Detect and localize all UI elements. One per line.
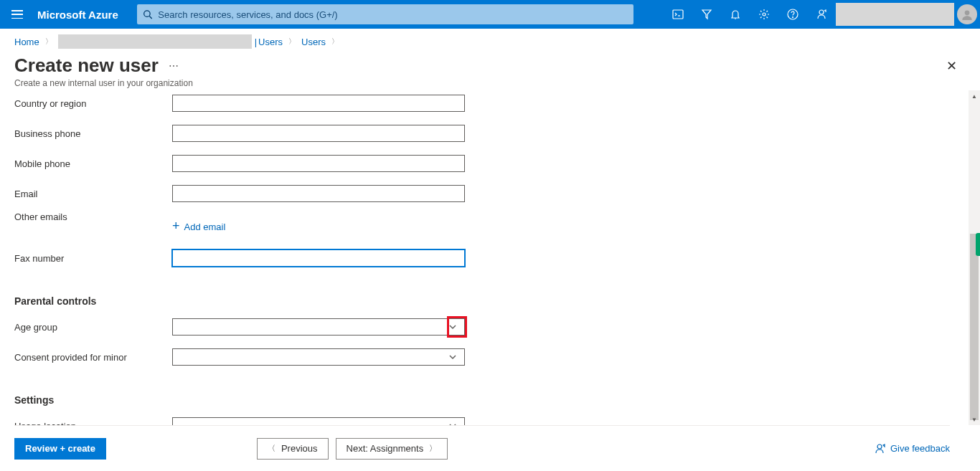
usage-location-select[interactable]: [172, 417, 465, 425]
svg-point-10: [965, 10, 970, 15]
chevron-right-icon: 〉: [45, 37, 52, 47]
account-button[interactable]: [954, 0, 980, 29]
feedback-icon: [816, 9, 827, 20]
more-menu-button[interactable]: ⋯: [169, 60, 179, 72]
filter-icon: [701, 9, 712, 20]
hamburger-icon: [11, 10, 23, 19]
mobile-phone-input[interactable]: [172, 155, 465, 172]
breadcrumb: Home 〉 | Users 〉 Users 〉: [0, 29, 980, 54]
svg-point-0: [143, 11, 149, 16]
svg-line-1: [149, 16, 151, 19]
footer-bar: Review + create 〈 Previous Next: Assignm…: [14, 425, 950, 471]
chevron-down-icon: [446, 323, 460, 330]
cloud-shell-icon: [672, 9, 684, 20]
breadcrumb-users-1[interactable]: Users: [258, 37, 283, 47]
form-area: Country or region Business phone Mobile …: [14, 90, 967, 425]
tenant-box[interactable]: [836, 3, 954, 26]
chevron-right-icon: 〉: [288, 37, 296, 47]
settings-button[interactable]: [750, 0, 778, 29]
help-icon: [787, 9, 798, 20]
previous-button[interactable]: 〈 Previous: [257, 438, 329, 460]
menu-button[interactable]: [0, 0, 34, 29]
review-create-label: Review + create: [25, 443, 95, 454]
gear-icon: [758, 9, 770, 20]
scrollbar[interactable]: ▲ ▼: [969, 90, 980, 425]
next-label: Next: Assignments: [347, 443, 424, 454]
svg-point-9: [819, 10, 824, 14]
age-group-select[interactable]: [172, 318, 465, 336]
scrollbar-thumb[interactable]: [970, 234, 979, 420]
bell-icon: [730, 9, 741, 20]
chevron-right-icon: 〉: [331, 37, 339, 47]
close-button[interactable]: ✕: [943, 57, 960, 75]
breadcrumb-home[interactable]: Home: [14, 37, 39, 47]
label-usage-location: Usage location: [14, 420, 172, 425]
add-email-button[interactable]: + Add email: [172, 218, 465, 235]
label-fax: Fax number: [14, 252, 172, 264]
top-bar: Microsoft Azure: [0, 0, 980, 29]
fax-input[interactable]: [172, 249, 465, 267]
label-email: Email: [14, 188, 172, 199]
search-box[interactable]: [137, 4, 633, 24]
scroll-up-arrow[interactable]: ▲: [969, 90, 980, 102]
consent-select[interactable]: [172, 348, 465, 366]
svg-point-11: [877, 444, 882, 449]
brand-label[interactable]: Microsoft Azure: [34, 9, 127, 21]
plus-icon: +: [172, 219, 180, 234]
scroll-down-arrow[interactable]: ▼: [969, 414, 980, 425]
avatar-icon: [957, 4, 977, 24]
chevron-left-icon: 〈: [268, 443, 275, 454]
feedback-button[interactable]: [807, 0, 836, 29]
label-mobile-phone: Mobile phone: [14, 158, 172, 169]
svg-marker-4: [702, 10, 711, 19]
give-feedback-label: Give feedback: [890, 443, 950, 454]
section-settings: Settings: [14, 394, 953, 406]
give-feedback-link[interactable]: Give feedback: [875, 443, 950, 455]
label-business-phone: Business phone: [14, 128, 172, 139]
search-icon: [143, 9, 153, 19]
label-other-emails: Other emails: [14, 211, 172, 222]
svg-point-6: [763, 13, 765, 16]
breadcrumb-directory[interactable]: [58, 34, 252, 49]
label-consent: Consent provided for minor: [14, 351, 172, 363]
country-input[interactable]: [172, 95, 465, 112]
help-button[interactable]: [778, 0, 807, 29]
next-button[interactable]: Next: Assignments 〉: [336, 438, 448, 460]
email-input[interactable]: [172, 185, 465, 202]
page-subtitle: Create a new internal user in your organ…: [14, 78, 966, 88]
page-header: Create new user ⋯ Create a new internal …: [0, 54, 980, 88]
section-parental-controls: Parental controls: [14, 295, 953, 307]
review-create-button[interactable]: Review + create: [14, 438, 106, 460]
feedback-person-icon: [875, 443, 886, 455]
cloud-shell-button[interactable]: [664, 0, 692, 29]
svg-rect-2: [673, 10, 683, 19]
notifications-button[interactable]: [721, 0, 750, 29]
business-phone-input[interactable]: [172, 125, 465, 142]
filter-button[interactable]: [692, 0, 721, 29]
search-wrap: [137, 4, 633, 24]
label-age-group: Age group: [14, 321, 172, 333]
chevron-right-icon: 〉: [429, 443, 437, 454]
add-email-label: Add email: [184, 222, 226, 232]
page-title: Create new user: [14, 54, 159, 77]
topbar-icons: [664, 0, 980, 29]
breadcrumb-users-2[interactable]: Users: [301, 37, 326, 47]
breadcrumb-pipe: |: [255, 37, 257, 47]
previous-label: Previous: [281, 443, 318, 454]
side-tab[interactable]: [976, 233, 980, 256]
label-country: Country or region: [14, 97, 172, 109]
svg-point-8: [793, 17, 793, 18]
chevron-down-icon: [446, 353, 460, 361]
search-input[interactable]: [158, 9, 627, 20]
